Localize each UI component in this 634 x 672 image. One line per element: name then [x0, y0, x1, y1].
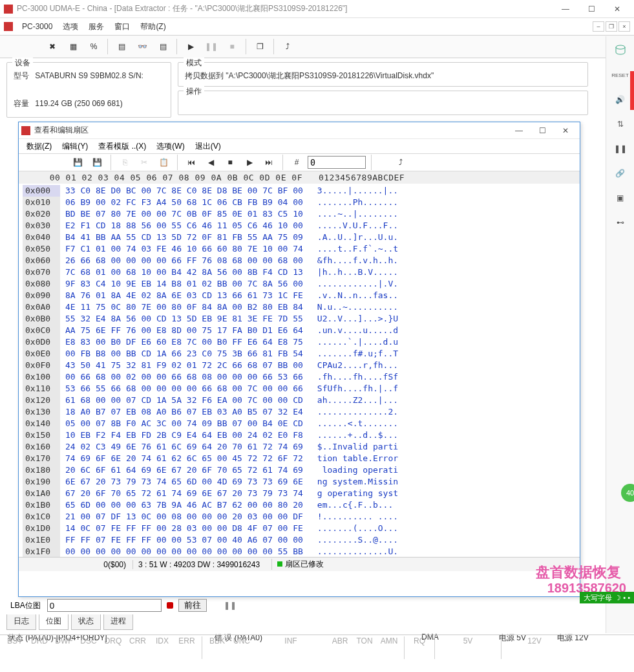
- hex-row[interactable]: 0x020BD BE 07 80 7E 00 00 7C 0B 0F 85 0E…: [23, 208, 576, 220]
- hex-row[interactable]: 0x1E0FF FF 07 FE FF FF 00 00 53 07 00 40…: [23, 534, 576, 546]
- rs-layer-icon[interactable]: ▣: [611, 190, 629, 206]
- hex-row[interactable]: 0x12061 68 00 00 07 CD 1A 5A 32 F6 EA 00…: [23, 395, 576, 406]
- sector-menu-template[interactable]: 查看模版 ..(X): [93, 140, 151, 153]
- hex-row[interactable]: 0x10000 66 68 00 02 00 00 66 68 08 00 00…: [23, 371, 576, 383]
- hex-row[interactable]: 0x1A067 20 6F 70 65 72 61 74 69 6E 67 20…: [23, 488, 576, 499]
- sector-menu-edit[interactable]: 编辑(Y): [57, 140, 93, 153]
- tab-bitmap[interactable]: 位图: [39, 614, 69, 630]
- hex-row[interactable]: 0x050F7 C1 01 00 74 03 FE 46 10 66 60 80…: [23, 243, 576, 255]
- pause-button[interactable]: ❚❚: [202, 37, 221, 56]
- hex-row[interactable]: 0x16024 02 C3 49 6E 76 61 6C 69 64 20 70…: [23, 441, 576, 453]
- sector-app-icon: [21, 126, 30, 135]
- menu-services[interactable]: 服务: [83, 19, 109, 35]
- hex-row[interactable]: 0x06026 66 68 00 00 00 00 66 FF 76 08 68…: [23, 255, 576, 266]
- hex-view[interactable]: 00 01 02 03 04 05 06 07 08 09 0A 0B 0C 0…: [19, 171, 580, 557]
- sector-maximize-button[interactable]: ☐: [531, 122, 554, 139]
- sector-minimize-button[interactable]: —: [507, 122, 531, 139]
- tab-status[interactable]: 状态: [71, 614, 101, 630]
- tool-percent-icon[interactable]: %: [84, 37, 103, 56]
- hex-row[interactable]: 0x0E000 FB B8 00 BB CD 1A 66 23 C0 75 3B…: [23, 348, 576, 360]
- sector-menu-exit[interactable]: 退出(V): [190, 140, 226, 153]
- menu-help[interactable]: 帮助(Z): [135, 19, 171, 35]
- hex-row[interactable]: 0x11053 66 55 66 68 00 00 00 00 66 68 00…: [23, 383, 576, 395]
- tool-copy-icon[interactable]: ❐: [250, 37, 269, 56]
- menu-options[interactable]: 选项: [58, 19, 83, 35]
- goto-icon[interactable]: #: [288, 155, 305, 170]
- go-button[interactable]: 前往: [178, 599, 207, 612]
- nav-last-icon[interactable]: ⏭: [260, 155, 277, 170]
- mdi-restore-button[interactable]: ❐: [606, 21, 617, 32]
- status-flag: TON: [354, 636, 375, 645]
- hex-row[interactable]: 0x040B4 41 BB AA 55 CD 13 5D 72 0F 81 FB…: [23, 232, 576, 243]
- status-flag: BSY: [4, 636, 26, 645]
- status-flag: INF: [280, 636, 302, 645]
- sector-exit-icon[interactable]: ⤴: [392, 155, 409, 170]
- main-toolbar: ✖ ▦ % ▤ 👓 ▤ ▶ ❚❚ ■ ❐ ⤴: [0, 35, 634, 58]
- offset-input[interactable]: [308, 156, 366, 169]
- sector-editor-window: 查看和编辑扇区 — ☐ ✕ 数据(Z) 编辑(Y) 查看模版 ..(X) 选项(…: [18, 122, 580, 597]
- nav-stop-icon[interactable]: ■: [222, 155, 238, 170]
- hex-row[interactable]: 0x0D0E8 83 00 B0 DF E6 60 E8 7C 00 B0 FF…: [23, 336, 576, 348]
- rs-pin-icon[interactable]: ⊷: [611, 215, 629, 230]
- info-panel: 设备 型号 SATABURN S9 S9BM02.8 S/N: 容量 119.2…: [0, 58, 595, 122]
- tool-chip-icon[interactable]: ▦: [63, 37, 83, 56]
- rs-sound-icon[interactable]: 🔊: [611, 92, 629, 107]
- sector-menu-data[interactable]: 数据(Z): [21, 140, 57, 153]
- maximize-button[interactable]: ☐: [578, 1, 604, 17]
- hex-row[interactable]: 0x1B065 6D 00 00 00 63 7B 9A 46 AC B7 62…: [23, 499, 576, 511]
- tool-doc-icon[interactable]: ▤: [153, 37, 173, 56]
- play-button[interactable]: ▶: [181, 37, 200, 56]
- paste-icon[interactable]: 📋: [155, 155, 172, 170]
- tool-binoculars-icon[interactable]: 👓: [132, 37, 152, 56]
- hex-row[interactable]: 0x1906E 67 20 73 79 73 74 65 6D 00 4D 69…: [23, 476, 576, 488]
- tool-sector-icon[interactable]: ▤: [112, 37, 131, 56]
- hex-row[interactable]: 0x030E2 F1 CD 18 88 56 00 55 C6 46 11 05…: [23, 220, 576, 232]
- nav-first-icon[interactable]: ⏮: [183, 155, 200, 170]
- address-bar: LBA位图 前往 ❚❚: [6, 598, 603, 613]
- hex-row[interactable]: 0x14005 00 07 8B F0 AC 3C 00 74 09 BB 07…: [23, 418, 576, 429]
- hex-row[interactable]: 0x1F000 00 00 00 00 00 00 00 00 00 00 00…: [23, 546, 576, 557]
- hex-row[interactable]: 0x0809F 83 C4 10 9E EB 14 B8 01 02 BB 00…: [23, 278, 576, 290]
- hex-row[interactable]: 0x0908A 76 01 8A 4E 02 8A 6E 03 CD 13 66…: [23, 290, 576, 301]
- hex-row[interactable]: 0x1C021 00 07 DF 13 0C 00 08 00 00 00 20…: [23, 511, 576, 523]
- hex-row[interactable]: 0x0B055 32 E4 8A 56 00 CD 13 5D EB 9E 81…: [23, 313, 576, 325]
- rs-reset-icon[interactable]: RESET: [611, 67, 629, 83]
- rs-slider-icon[interactable]: ⇅: [611, 116, 629, 132]
- hex-row[interactable]: 0x0C0AA 75 6E FF 76 00 E8 8D 00 75 17 FA…: [23, 325, 576, 336]
- tool-wrench-icon[interactable]: ✖: [43, 37, 62, 56]
- menu-window[interactable]: 窗口: [109, 19, 135, 35]
- mdi-close-button[interactable]: ×: [618, 21, 630, 32]
- app-name[interactable]: PC-3000: [17, 19, 58, 34]
- minimize-button[interactable]: —: [553, 1, 578, 17]
- hex-row[interactable]: 0x01006 B9 00 02 FC F3 A4 50 68 1C 06 CB…: [23, 197, 576, 208]
- sector-menu-options[interactable]: 选项(W): [151, 140, 189, 153]
- rs-pause-icon[interactable]: ❚❚: [611, 141, 629, 157]
- nav-prev-icon[interactable]: ◀: [202, 155, 219, 170]
- rs-chain-icon[interactable]: 🔗: [611, 166, 629, 181]
- exit-icon[interactable]: ⤴: [278, 37, 297, 56]
- hex-row[interactable]: 0x1D014 0C 07 FE FF FF 00 28 03 00 00 D8…: [23, 523, 576, 534]
- hex-row[interactable]: 0x18020 6C 6F 61 64 69 6E 67 20 6F 70 65…: [23, 464, 576, 476]
- status-flag: UNC: [231, 636, 253, 645]
- main-menubar: PC-3000 选项 服务 窗口 帮助(Z) – ❐ ×: [0, 18, 634, 35]
- hex-row[interactable]: 0x00033 C0 8E D0 BC 00 7C 8E C0 8E D8 BE…: [23, 185, 576, 197]
- tab-log[interactable]: 日志: [6, 614, 36, 630]
- close-button[interactable]: ✕: [604, 1, 630, 17]
- copy-icon[interactable]: ⎘: [116, 155, 133, 170]
- hex-row[interactable]: 0x0F043 50 41 75 32 81 F9 02 01 72 2C 66…: [23, 360, 576, 371]
- hex-row[interactable]: 0x0707C 68 01 00 68 10 00 B4 42 8A 56 00…: [23, 266, 576, 278]
- nav-next-icon[interactable]: ▶: [241, 155, 258, 170]
- lba-input[interactable]: [47, 599, 162, 612]
- rs-cylinder-icon[interactable]: [611, 43, 629, 58]
- mdi-minimize-button[interactable]: –: [593, 21, 604, 32]
- save-all-icon[interactable]: 💾: [89, 155, 105, 170]
- hex-row[interactable]: 0x13018 A0 B7 07 EB 08 A0 B6 07 EB 03 A0…: [23, 406, 576, 418]
- sector-close-button[interactable]: ✕: [554, 122, 577, 139]
- stop-button[interactable]: ■: [222, 37, 242, 56]
- cut-icon[interactable]: ✂: [136, 155, 153, 170]
- hex-row[interactable]: 0x0A04E 11 75 0C 80 7E 00 80 0F 84 8A 00…: [23, 301, 576, 313]
- hex-row[interactable]: 0x15010 EB F2 F4 EB FD 2B C9 E4 64 EB 00…: [23, 429, 576, 441]
- save-icon[interactable]: 💾: [69, 155, 86, 170]
- hex-row[interactable]: 0x17074 69 6F 6E 20 74 61 62 6C 65 00 45…: [23, 453, 576, 464]
- tab-process[interactable]: 进程: [103, 614, 133, 630]
